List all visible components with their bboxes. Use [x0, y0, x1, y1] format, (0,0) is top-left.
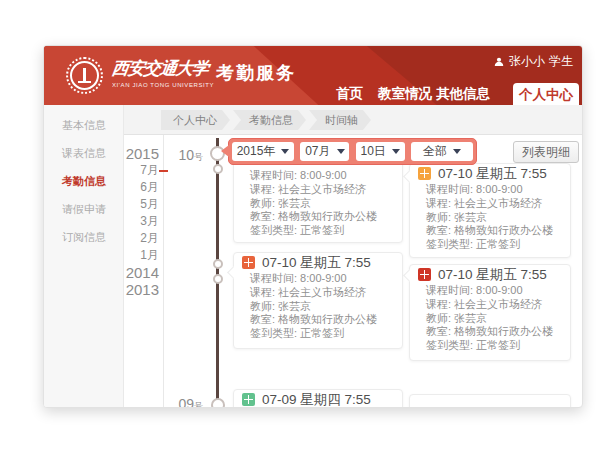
filter-bar-pointer: [221, 145, 229, 157]
rail-divider: [163, 135, 164, 408]
app-window: 西安交通大学 XI'AN JIAO TONG UNIVERSITY 考勤服务 张…: [43, 45, 583, 408]
card-title: 07-10 星期五 7:55: [438, 266, 547, 284]
timeline-year-2013[interactable]: 2013: [94, 281, 159, 298]
card-row-signin-type: 签到类型: 正常签到: [426, 238, 562, 252]
nav-tab-personal-center[interactable]: 个人中心: [513, 83, 579, 105]
sign-in-seal-icon: [418, 268, 431, 281]
timeline-year-rail: 2015 7月 6月 5月 3月 2月 1月 2014 2013: [94, 145, 159, 298]
nav-item-other-info[interactable]: 其他信息: [436, 83, 490, 105]
current-month-marker: [159, 170, 168, 172]
university-seal-logo: [66, 57, 103, 94]
chevron-down-icon: [392, 149, 400, 154]
card-row-course: 课程: 社会主义市场经济: [426, 298, 562, 312]
timeline-year-2015[interactable]: 2015: [94, 145, 159, 162]
user-name: 张小小: [509, 53, 545, 70]
month-dropdown[interactable]: 07月: [300, 142, 349, 161]
card-row-teacher: 教师: 张芸京: [426, 312, 562, 326]
breadcrumb-bar: 个人中心 考勤信息 时间轴: [124, 105, 582, 135]
date-filter-bar: 2015年 07月 10日 全部: [228, 138, 477, 165]
chevron-down-icon: [337, 149, 345, 154]
nav-item-classrooms[interactable]: 教室情况: [378, 83, 432, 105]
day-dropdown[interactable]: 10日: [356, 142, 405, 161]
card-row-course-time: 课程时间: 8:00-9:00: [250, 272, 394, 286]
card-row-course-time: 课程时间: 8:00-9:00: [426, 183, 562, 197]
card-title: 07-09 星期四 7:55: [262, 391, 371, 409]
sidebar-item-basic-info[interactable]: 基本信息: [44, 111, 123, 139]
timeline-axis: [216, 138, 219, 405]
card-row-course-time: 课程时间: 8:00-9:00: [250, 169, 394, 183]
attendance-card: 07-09 星期四 7:55: [233, 389, 403, 408]
breadcrumb-attendance-info[interactable]: 考勤信息: [233, 110, 306, 130]
chevron-down-icon: [281, 149, 289, 154]
card-row-classroom: 教室: 格物致知行政办公楼: [250, 210, 394, 224]
card-row-teacher: 教师: 张芸京: [250, 300, 394, 314]
user-info[interactable]: 张小小 学生: [493, 53, 573, 70]
timeline-month-jul[interactable]: 7月: [94, 162, 159, 179]
card-row-signin-type: 签到类型: 正常签到: [250, 327, 394, 341]
breadcrumb-timeline[interactable]: 时间轴: [309, 110, 371, 130]
logo-inner-ring: [70, 61, 99, 90]
card-row-teacher: 教师: 张芸京: [426, 211, 562, 225]
card-row-course-time: 课程时间: 8:00-9:00: [426, 284, 562, 298]
attendance-card: 07-10 星期五 7:55 课程时间: 8:00-9:00 课程: 社会主义市…: [409, 264, 571, 361]
type-dropdown[interactable]: 全部: [411, 142, 473, 161]
timeline-month-feb[interactable]: 2月: [94, 230, 159, 247]
nav-item-home[interactable]: 首页: [336, 83, 363, 105]
timeline-month-mar[interactable]: 3月: [94, 213, 159, 230]
timeline-month-jun[interactable]: 6月: [94, 179, 159, 196]
card-row-classroom: 教室: 格物致知行政办公楼: [250, 313, 394, 327]
card-row-teacher: 教师: 张芸京: [250, 197, 394, 211]
timeline-node-small-3: [213, 274, 223, 284]
university-name-cn: 西安交通大学: [110, 57, 215, 80]
timeline-node-small-2: [213, 259, 223, 269]
timeline-node-day09: [211, 398, 225, 408]
card-title: 07-10 星期五 7:55: [262, 254, 371, 272]
sign-in-seal-icon: [242, 393, 255, 406]
timeline-month-may[interactable]: 5月: [94, 196, 159, 213]
card-title: 07-10 星期五 7:55: [438, 165, 547, 183]
year-dropdown[interactable]: 2015年: [232, 142, 294, 161]
timeline-day-label-09: 09号: [169, 395, 203, 408]
attendance-card-clipped: [409, 394, 571, 408]
timeline-day-label-10: 10号: [169, 146, 203, 164]
card-row-course: 课程: 社会主义市场经济: [250, 183, 394, 197]
timeline-year-2014[interactable]: 2014: [94, 264, 159, 281]
card-row-classroom: 教室: 格物致知行政办公楼: [426, 325, 562, 339]
person-icon: [493, 56, 505, 68]
user-role: 学生: [549, 53, 573, 70]
card-row-classroom: 教室: 格物致知行政办公楼: [426, 224, 562, 238]
brand-block: 西安交通大学 XI'AN JIAO TONG UNIVERSITY: [112, 57, 214, 88]
breadcrumb-personal-center[interactable]: 个人中心: [161, 110, 230, 130]
card-row-signin-type: 签到类型: 正常签到: [250, 224, 394, 238]
breadcrumb: 个人中心 考勤信息 时间轴: [161, 110, 371, 130]
attendance-card: 07-10 星期五 7:55 课程时间: 8:00-9:00 课程: 社会主义市…: [233, 252, 403, 349]
app-header: 西安交通大学 XI'AN JIAO TONG UNIVERSITY 考勤服务 张…: [44, 46, 582, 105]
attendance-card: 07-10 星期五 7:55 课程时间: 8:00-9:00 课程: 社会主义市…: [409, 163, 571, 258]
timeline-node-small-1: [213, 164, 223, 174]
chevron-down-icon: [453, 149, 461, 154]
card-row-course: 课程: 社会主义市场经济: [250, 286, 394, 300]
app-title: 考勤服务: [216, 61, 296, 85]
university-name-en: XI'AN JIAO TONG UNIVERSITY: [112, 82, 214, 88]
card-row-course: 课程: 社会主义市场经济: [426, 197, 562, 211]
sign-in-seal-icon: [242, 256, 255, 269]
list-detail-button[interactable]: 列表明细: [513, 141, 579, 163]
card-row-signin-type: 签到类型: 正常签到: [426, 339, 562, 353]
timeline-month-jan[interactable]: 1月: [94, 247, 159, 264]
sign-in-seal-icon: [418, 167, 431, 180]
